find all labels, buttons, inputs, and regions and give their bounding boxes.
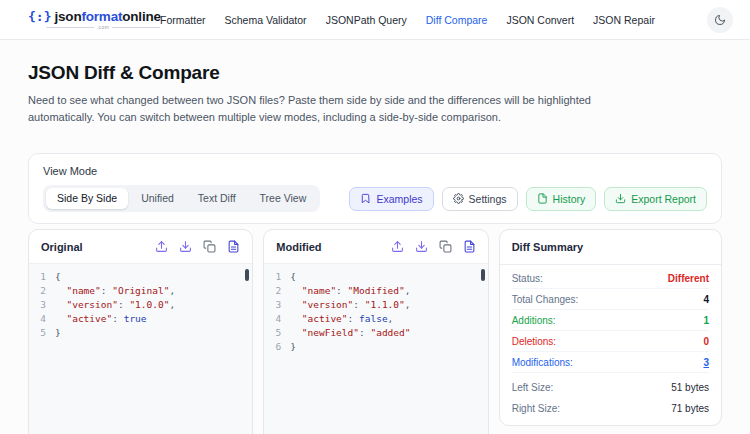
copy-icon xyxy=(203,240,216,253)
summary-value: 1 xyxy=(703,315,709,326)
line-number: 5 xyxy=(264,326,290,340)
view-mode-tab-side-by-side[interactable]: Side By Side xyxy=(46,188,128,209)
summary-value: Different xyxy=(668,273,709,284)
brand-tld-rule: .com xyxy=(28,25,160,30)
brand-tld: .com xyxy=(97,25,109,30)
nav-item-jsonpath-query[interactable]: JSONPath Query xyxy=(326,14,407,26)
view-mode-tab-tree-view[interactable]: Tree View xyxy=(249,188,318,209)
format-button[interactable] xyxy=(227,240,240,253)
main-content: JSON Diff & Compare Need to see what cha… xyxy=(0,40,750,224)
code-line: 5} xyxy=(29,326,252,340)
navbar: {:} jsonformatonline .com FormatterSchem… xyxy=(0,0,750,40)
summary-row-deletions: Deletions:0 xyxy=(512,331,709,352)
copy-button[interactable] xyxy=(439,240,452,253)
line-number: 1 xyxy=(264,270,290,284)
summary-rows: Status:DifferentTotal Changes:4Additions… xyxy=(500,265,721,419)
summary-row-status: Status:Different xyxy=(512,268,709,289)
nav-item-diff-compare[interactable]: Diff Compare xyxy=(426,14,488,26)
brand-wordmark: jsonformatonline xyxy=(54,9,160,24)
bookmark-icon xyxy=(360,193,371,204)
code-line: 2 "name": "Original", xyxy=(29,284,252,298)
upload-button[interactable] xyxy=(155,240,168,253)
code-line: 6} xyxy=(264,340,487,354)
panel-title: Modified xyxy=(276,241,321,253)
scrollbar-thumb[interactable] xyxy=(481,269,485,281)
code-line: 1{ xyxy=(29,270,252,284)
line-number: 2 xyxy=(29,284,55,298)
copy-icon xyxy=(439,240,452,253)
upload-icon xyxy=(391,240,404,253)
page-title: JSON Diff & Compare xyxy=(28,63,722,83)
code-line: 4 "active": false, xyxy=(264,312,487,326)
download-button[interactable] xyxy=(179,240,192,253)
brand-logo[interactable]: {:} jsonformatonline .com xyxy=(28,9,160,30)
view-mode-card: View Mode Side By SideUnifiedText DiffTr… xyxy=(28,153,722,224)
history-button[interactable]: History xyxy=(526,187,597,211)
format-icon xyxy=(463,240,476,253)
nav-item-schema-validator[interactable]: Schema Validator xyxy=(225,14,307,26)
view-mode-tabs: Side By SideUnifiedText DiffTree View xyxy=(43,185,320,212)
nav-item-json-repair[interactable]: JSON Repair xyxy=(593,14,655,26)
line-number: 6 xyxy=(264,340,290,354)
modified-panel: Modified1{2 "name": "Modified",3 "versio… xyxy=(263,229,488,434)
upload-button[interactable] xyxy=(391,240,404,253)
view-mode-tab-text-diff[interactable]: Text Diff xyxy=(187,188,247,209)
diff-summary-title: Diff Summary xyxy=(512,241,584,253)
compare-grid: Original1{2 "name": "Original",3 "versio… xyxy=(0,229,750,434)
line-number: 3 xyxy=(264,298,290,312)
panel-title: Original xyxy=(41,241,83,253)
summary-row-left-size: Left Size:51 bytes xyxy=(512,377,709,398)
theme-toggle-button[interactable] xyxy=(707,7,733,33)
gear-icon xyxy=(453,193,464,204)
summary-row-total-changes: Total Changes:4 xyxy=(512,289,709,310)
code-line: 3 "version": "1.0.0", xyxy=(29,298,252,312)
summary-value: 51 bytes xyxy=(671,382,709,393)
upload-icon xyxy=(155,240,168,253)
toolbar-actions: ExamplesSettingsHistoryExport Report xyxy=(349,187,707,211)
summary-value: 0 xyxy=(703,336,709,347)
summary-value: 71 bytes xyxy=(671,403,709,414)
summary-row-modifications: Modifications:3 xyxy=(512,352,709,373)
line-number: 2 xyxy=(264,284,290,298)
view-mode-tab-unified[interactable]: Unified xyxy=(130,188,185,209)
summary-value[interactable]: 3 xyxy=(703,357,709,368)
moon-icon xyxy=(714,14,726,26)
file-icon xyxy=(537,193,548,204)
summary-column: Diff Summary Status:DifferentTotal Chang… xyxy=(499,229,722,434)
nav-item-formatter[interactable]: Formatter xyxy=(160,14,206,26)
export-report-button[interactable]: Export Report xyxy=(604,187,707,211)
page-description: Need to see what changed between two JSO… xyxy=(28,92,606,126)
diff-summary-panel: Diff Summary Status:DifferentTotal Chang… xyxy=(499,229,722,426)
code-line: 3 "version": "1.1.0", xyxy=(264,298,487,312)
download-button[interactable] xyxy=(415,240,428,253)
summary-row-additions: Additions:1 xyxy=(512,310,709,331)
original-panel: Original1{2 "name": "Original",3 "versio… xyxy=(28,229,253,434)
export-icon xyxy=(615,193,626,204)
size-rows: Left Size:51 bytesRight Size:71 bytes xyxy=(512,377,709,419)
view-mode-label: View Mode xyxy=(43,165,707,177)
main-nav: FormatterSchema ValidatorJSONPath QueryD… xyxy=(160,14,655,26)
code-line: 1{ xyxy=(264,270,487,284)
line-number: 3 xyxy=(29,298,55,312)
download-icon xyxy=(415,240,428,253)
nav-item-json-convert[interactable]: JSON Convert xyxy=(506,14,574,26)
scrollbar-thumb[interactable] xyxy=(245,269,249,281)
download-icon xyxy=(179,240,192,253)
line-number: 4 xyxy=(264,312,290,326)
format-button[interactable] xyxy=(463,240,476,253)
line-number: 5 xyxy=(29,326,55,340)
line-number: 4 xyxy=(29,312,55,326)
summary-value: 4 xyxy=(703,294,709,305)
code-line: 2 "name": "Modified", xyxy=(264,284,487,298)
summary-row-right-size: Right Size:71 bytes xyxy=(512,398,709,419)
settings-button[interactable]: Settings xyxy=(442,187,518,211)
json-editor[interactable]: 1{2 "name": "Modified",3 "version": "1.1… xyxy=(264,264,487,434)
json-editor[interactable]: 1{2 "name": "Original",3 "version": "1.0… xyxy=(29,264,252,434)
copy-button[interactable] xyxy=(203,240,216,253)
code-line: 4 "active": true xyxy=(29,312,252,326)
format-icon xyxy=(227,240,240,253)
line-number: 1 xyxy=(29,270,55,284)
code-line: 5 "newField": "added" xyxy=(264,326,487,340)
brand-braces-icon: {:} xyxy=(28,9,51,24)
examples-button[interactable]: Examples xyxy=(349,187,433,211)
